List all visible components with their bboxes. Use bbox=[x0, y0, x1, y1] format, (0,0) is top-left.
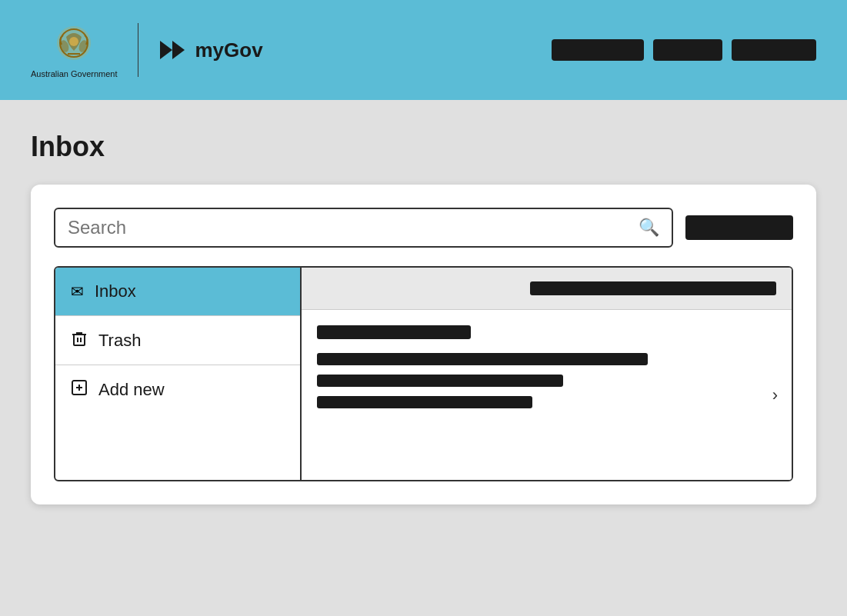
search-action-button[interactable] bbox=[685, 215, 793, 240]
message-preview[interactable]: › bbox=[302, 310, 792, 480]
inbox-card: 🔍 Inbox bbox=[31, 185, 816, 504]
australian-government-logo: Australian Government bbox=[31, 22, 118, 78]
add-icon bbox=[71, 379, 88, 400]
page-title: Inbox bbox=[31, 131, 816, 163]
gov-name-label: Australian Government bbox=[31, 69, 118, 78]
mygov-logo: myGov bbox=[158, 35, 263, 65]
sidebar-item-trash-label: Trash bbox=[98, 331, 141, 351]
nav-item-1[interactable] bbox=[552, 39, 644, 61]
search-icon: 🔍 bbox=[639, 218, 659, 238]
search-row: 🔍 bbox=[54, 208, 793, 248]
header-divider bbox=[138, 23, 138, 77]
site-header: Australian Government myGov bbox=[0, 0, 847, 100]
svg-marker-6 bbox=[172, 41, 185, 59]
sidebar-item-trash[interactable]: Trash bbox=[55, 316, 300, 365]
sidebar-item-add-new[interactable]: Add new bbox=[55, 365, 300, 414]
inbox-panel: Inbox Trash bbox=[54, 266, 793, 481]
search-input[interactable] bbox=[68, 217, 639, 238]
header-logo-group: Australian Government myGov bbox=[31, 22, 263, 78]
message-body-bar-1 bbox=[317, 353, 648, 365]
svg-marker-5 bbox=[160, 41, 172, 59]
search-box[interactable]: 🔍 bbox=[54, 208, 673, 248]
message-subject-bar bbox=[317, 325, 471, 339]
trash-icon bbox=[71, 330, 88, 351]
content-area: › bbox=[302, 268, 792, 480]
sidebar-item-add-new-label: Add new bbox=[98, 380, 165, 400]
svg-point-2 bbox=[69, 37, 78, 46]
sidebar: Inbox Trash bbox=[55, 268, 302, 480]
svg-rect-7 bbox=[74, 335, 85, 345]
message-body-bar-3 bbox=[317, 396, 532, 408]
inbox-header-bar bbox=[530, 281, 776, 295]
inbox-header-row bbox=[302, 268, 792, 310]
mygov-brand-label: myGov bbox=[195, 38, 263, 62]
sidebar-item-inbox-label: Inbox bbox=[95, 281, 136, 301]
nav-item-3[interactable] bbox=[732, 39, 816, 61]
crest-icon bbox=[51, 22, 97, 68]
mygov-arrow-icon bbox=[158, 35, 189, 65]
nav-item-2[interactable] bbox=[653, 39, 722, 61]
mail-icon bbox=[71, 282, 84, 301]
chevron-right-icon: › bbox=[772, 385, 778, 405]
main-content: Inbox 🔍 Inbox bbox=[0, 100, 847, 528]
header-navigation bbox=[552, 39, 816, 61]
sidebar-item-inbox[interactable]: Inbox bbox=[55, 268, 300, 316]
message-body-bar-2 bbox=[317, 375, 563, 387]
